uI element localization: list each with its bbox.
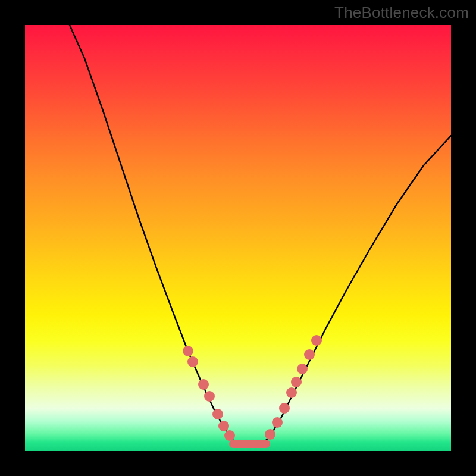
data-dot — [212, 409, 223, 419]
left-curve — [70, 25, 233, 440]
data-dot — [187, 356, 198, 367]
data-dot — [204, 391, 215, 402]
data-dot — [279, 403, 290, 414]
data-dot — [311, 335, 322, 346]
dots-left — [183, 346, 235, 441]
data-dot — [198, 379, 209, 390]
data-dot — [183, 346, 193, 356]
data-dot — [218, 421, 229, 431]
data-dot — [286, 387, 297, 398]
dots-right — [265, 335, 322, 440]
watermark-text: TheBottleneck.com — [334, 4, 469, 22]
data-dot — [291, 377, 302, 387]
chart-frame: TheBottleneck.com — [0, 0, 476, 476]
data-dot — [265, 429, 275, 440]
data-dot — [304, 349, 315, 360]
data-dot — [297, 364, 308, 374]
plot-area — [25, 25, 451, 451]
chart-svg — [25, 25, 451, 451]
data-dot — [224, 430, 235, 441]
data-dot — [272, 417, 283, 428]
